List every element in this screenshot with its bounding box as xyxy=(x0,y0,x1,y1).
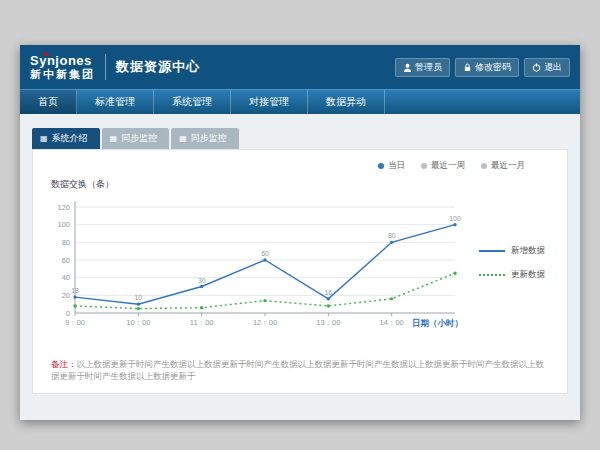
change-password-label: 修改密码 xyxy=(475,61,511,74)
logout-button[interactable]: 退出 xyxy=(524,58,570,77)
grid-icon: ▦ xyxy=(179,135,187,143)
footnote-label: 备注： xyxy=(51,359,77,369)
content-area: ▦ 系统介绍 ▦ 同步监控 ▦ 同步监控 当日 最近一周 xyxy=(20,114,580,394)
lock-icon xyxy=(463,63,472,72)
admin-user-button[interactable]: 管理员 xyxy=(395,58,450,77)
logo-text-en: Synjones xyxy=(30,54,95,68)
line-chart: 0204060801001209：0010：0011：0012：0013：001… xyxy=(45,193,465,333)
svg-text:60: 60 xyxy=(62,256,70,265)
legend-dot-icon xyxy=(481,163,487,169)
tab-system-intro[interactable]: ▦ 系统介绍 xyxy=(32,128,100,149)
svg-text:60: 60 xyxy=(261,250,269,257)
svg-text:日期（小时）: 日期（小时） xyxy=(412,318,463,328)
user-icon xyxy=(403,63,412,72)
svg-text:10：00: 10：00 xyxy=(126,318,150,327)
chart-row: 0204060801001209：0010：0011：0012：0013：001… xyxy=(45,193,555,333)
svg-text:120: 120 xyxy=(57,203,70,212)
y-axis-title: 数据交换（条） xyxy=(51,178,555,191)
tab-sync-monitor-2-label: 同步监控 xyxy=(191,132,227,145)
svg-text:100: 100 xyxy=(449,215,461,222)
svg-text:13：00: 13：00 xyxy=(316,318,340,327)
header-divider xyxy=(105,54,106,80)
svg-text:100: 100 xyxy=(57,220,70,229)
svg-text:18: 18 xyxy=(71,287,79,294)
svg-text:9：00: 9：00 xyxy=(65,318,85,327)
company-logo: Synjones 新中新集团 xyxy=(30,54,95,80)
tab-sync-monitor-1-label: 同步监控 xyxy=(121,132,157,145)
svg-text:16: 16 xyxy=(325,289,333,296)
svg-text:11：00: 11：00 xyxy=(190,318,214,327)
admin-user-label: 管理员 xyxy=(415,61,442,74)
legend-today-label: 当日 xyxy=(388,160,405,172)
legend-dot-icon xyxy=(421,163,427,169)
grid-icon: ▦ xyxy=(110,135,118,143)
solid-line-sample-icon xyxy=(479,250,505,252)
app-window: Synjones 新中新集团 数据资源中心 管理员 修改密码 xyxy=(20,45,580,420)
legend-item-last-month[interactable]: 最近一月 xyxy=(481,160,525,172)
top-header: Synjones 新中新集团 数据资源中心 管理员 修改密码 xyxy=(20,45,580,89)
svg-text:40: 40 xyxy=(62,273,70,282)
svg-text:14：00: 14：00 xyxy=(380,318,404,327)
svg-text:10: 10 xyxy=(135,294,143,301)
dotted-line-sample-icon xyxy=(479,274,505,276)
svg-text:12：00: 12：00 xyxy=(253,318,277,327)
tab-sync-monitor-2[interactable]: ▦ 同步监控 xyxy=(171,128,239,149)
legend-dot-icon xyxy=(378,163,384,169)
user-actions: 管理员 修改密码 退出 xyxy=(395,58,570,77)
svg-text:30: 30 xyxy=(198,277,206,284)
series-legend: 新增数据 更新数据 xyxy=(479,245,545,281)
logout-label: 退出 xyxy=(544,61,562,74)
main-nav: 首页 标准管理 系统管理 对接管理 数据异动 xyxy=(20,89,580,114)
svg-text:80: 80 xyxy=(62,238,70,247)
nav-item-system-mgmt[interactable]: 系统管理 xyxy=(154,90,231,114)
legend-last-month-label: 最近一月 xyxy=(491,160,525,172)
legend-last-week-label: 最近一周 xyxy=(431,160,465,172)
page-title: 数据资源中心 xyxy=(116,58,200,76)
svg-text:20: 20 xyxy=(62,291,70,300)
tab-sync-monitor-1[interactable]: ▦ 同步监控 xyxy=(102,128,170,149)
series-updated-data-label: 更新数据 xyxy=(511,269,545,281)
legend-item-last-week[interactable]: 最近一周 xyxy=(421,160,465,172)
series-new-data-label: 新增数据 xyxy=(511,245,545,257)
logo-accent-dot xyxy=(44,52,48,56)
nav-item-standard-mgmt[interactable]: 标准管理 xyxy=(77,90,154,114)
change-password-button[interactable]: 修改密码 xyxy=(455,58,519,77)
chart-panel: 当日 最近一周 最近一月 数据交换（条） 0204060801001209：00… xyxy=(32,149,568,394)
nav-item-docking-mgmt[interactable]: 对接管理 xyxy=(231,90,308,114)
period-legend: 当日 最近一周 最近一月 xyxy=(45,158,555,172)
footnote-text: 以上数据更新于时间产生数据以上数据更新于时间产生数据以上数据更新于时间产生数据以… xyxy=(51,359,544,381)
grid-icon: ▦ xyxy=(40,135,48,143)
nav-item-data-change[interactable]: 数据异动 xyxy=(308,90,385,114)
logout-icon xyxy=(532,63,541,72)
svg-text:80: 80 xyxy=(388,232,396,239)
legend-item-today[interactable]: 当日 xyxy=(378,160,405,172)
series-legend-updated-data[interactable]: 更新数据 xyxy=(479,269,545,281)
footnote: 备注：以上数据更新于时间产生数据以上数据更新于时间产生数据以上数据更新于时间产生… xyxy=(45,359,555,383)
logo-text-cn: 新中新集团 xyxy=(30,68,95,80)
nav-item-home[interactable]: 首页 xyxy=(20,90,77,114)
series-legend-new-data[interactable]: 新增数据 xyxy=(479,245,545,257)
svg-text:0: 0 xyxy=(66,309,70,318)
tab-bar: ▦ 系统介绍 ▦ 同步监控 ▦ 同步监控 xyxy=(32,128,568,149)
tab-system-intro-label: 系统介绍 xyxy=(52,132,88,145)
